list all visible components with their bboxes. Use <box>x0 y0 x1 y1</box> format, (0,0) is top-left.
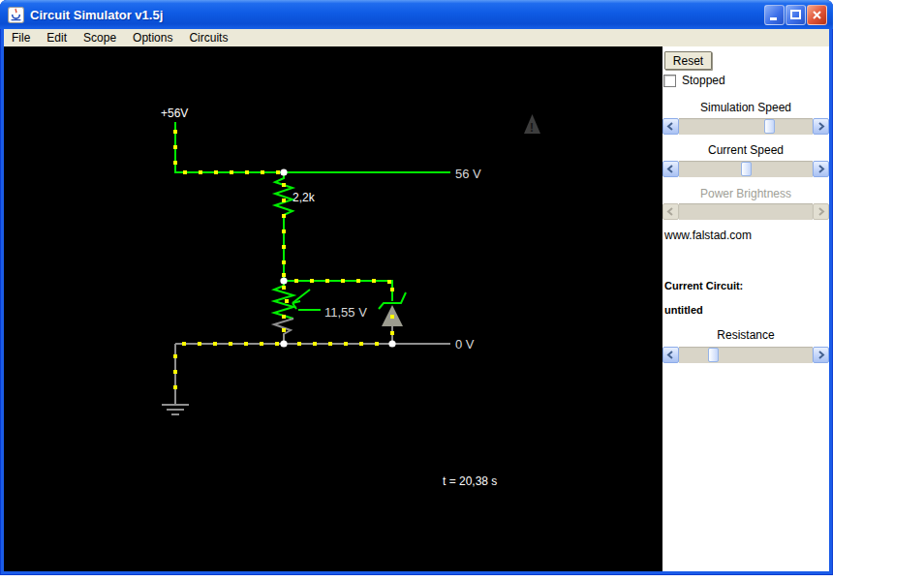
potentiometer[interactable] <box>274 281 321 344</box>
control-sidebar: Reset Stopped Simulation Speed Current S… <box>662 46 829 571</box>
resistor-value-label: 2,2k <box>293 191 316 204</box>
power-brightness-label: Power Brightness <box>662 187 829 200</box>
title-bar[interactable]: Circuit Simulator v1.5j <box>0 0 833 29</box>
wire-supply-feed[interactable] <box>175 122 284 172</box>
menu-circuits[interactable]: Circuits <box>187 31 230 45</box>
menu-bar: File Edit Scope Options Circuits <box>4 29 829 46</box>
slider-thumb[interactable] <box>764 119 775 134</box>
minimize-button[interactable] <box>764 5 785 25</box>
scroll-right-icon[interactable] <box>813 161 829 177</box>
current-speed-slider[interactable] <box>662 161 829 177</box>
current-speed-label: Current Speed <box>662 143 829 157</box>
simulation-speed-slider[interactable] <box>662 118 829 135</box>
time-display: t = 20,38 s <box>443 474 497 488</box>
resistance-label: Resistance <box>662 328 829 342</box>
slider-thumb[interactable] <box>708 348 719 362</box>
minimize-icon <box>768 9 781 21</box>
slider-track <box>679 203 813 220</box>
reset-button[interactable]: Reset <box>664 51 712 70</box>
resistor-2.2k[interactable] <box>275 172 293 217</box>
menu-options[interactable]: Options <box>131 31 174 45</box>
wiper-voltage-label: 11,55 V <box>324 305 367 320</box>
power-brightness-slider <box>662 203 829 220</box>
scroll-right-icon[interactable] <box>813 118 829 135</box>
maximize-button[interactable] <box>785 5 806 25</box>
website-link[interactable]: www.falstad.com <box>664 229 752 242</box>
window-title: Circuit Simulator v1.5j <box>30 8 163 22</box>
scroll-left-icon[interactable] <box>662 118 679 135</box>
stopped-label: Stopped <box>682 75 725 87</box>
current-circuit-name: untitled <box>664 304 703 316</box>
stopped-checkbox[interactable] <box>663 75 676 87</box>
maximize-icon <box>789 9 802 21</box>
scroll-left-icon[interactable] <box>662 161 679 177</box>
menu-scope[interactable]: Scope <box>81 31 118 45</box>
resistance-slider[interactable] <box>662 347 829 363</box>
scroll-left-icon[interactable] <box>662 347 679 363</box>
warning-icon: ! <box>524 114 540 135</box>
warning-glyph: ! <box>530 121 534 135</box>
slider-track[interactable] <box>679 118 813 135</box>
scroll-right-icon <box>813 203 829 220</box>
app-window: Circuit Simulator v1.5j File Edit Scope … <box>0 0 833 575</box>
desktop: { "window": { "title": "Circuit Simulato… <box>0 0 924 581</box>
bottom-rail-voltage-label: 0 V <box>455 337 475 352</box>
slider-thumb[interactable] <box>741 162 752 176</box>
top-rail-voltage-label: 56 V <box>455 167 481 181</box>
slider-track[interactable] <box>679 347 813 363</box>
current-circuit-label: Current Circuit: <box>664 280 743 291</box>
close-button[interactable] <box>807 5 827 25</box>
java-app-icon <box>8 7 24 23</box>
menu-edit[interactable]: Edit <box>45 31 69 45</box>
menu-file[interactable]: File <box>10 31 32 45</box>
scroll-left-icon <box>662 203 679 220</box>
scroll-right-icon[interactable] <box>813 347 829 363</box>
ground-symbol[interactable] <box>162 344 189 414</box>
supply-rail-label: +56V <box>161 107 188 120</box>
close-icon <box>811 9 823 21</box>
circuit-canvas[interactable]: +56V 2,2k <box>4 46 662 571</box>
simulation-speed-label: Simulation Speed <box>662 101 829 114</box>
